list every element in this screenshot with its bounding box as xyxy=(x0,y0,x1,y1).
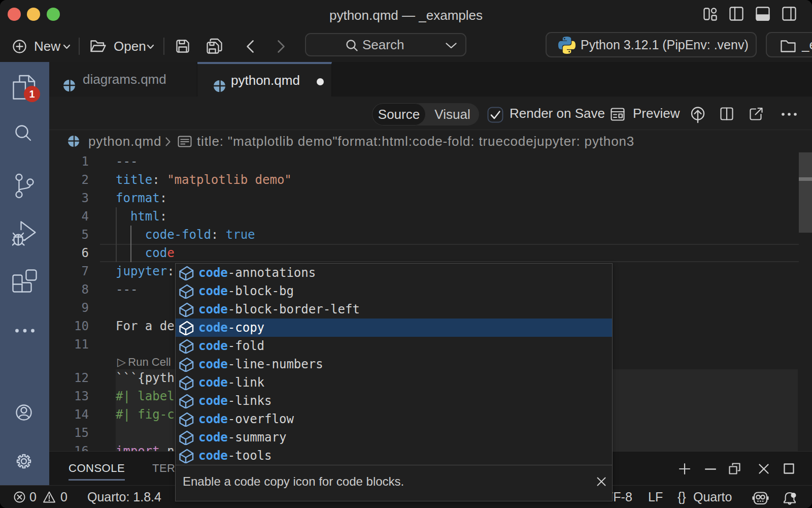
code-token-kw: import xyxy=(116,444,160,451)
run-cell-codelens[interactable]: ▷ Run Cell xyxy=(117,355,171,369)
suggest-item-code-line-numbers[interactable]: code-line-numbers xyxy=(176,355,612,373)
suggest-item-label: code-block-bg xyxy=(198,282,294,300)
workspace-label: _examples xyxy=(802,33,812,56)
eol-indicator[interactable]: LF xyxy=(648,486,663,508)
toggle-secondary-sidebar-icon[interactable] xyxy=(782,7,796,21)
code-line-5: code-fold: true xyxy=(116,226,255,244)
editor-scrollbar[interactable] xyxy=(799,152,812,233)
workspace-button[interactable]: _examples xyxy=(766,32,812,57)
suggest-match-highlight: code xyxy=(198,394,228,408)
new-dropdown-chevron-icon[interactable] xyxy=(63,44,71,49)
quarto-file-icon xyxy=(63,80,75,91)
code-token-plain xyxy=(116,209,130,224)
symbol-field-cube-icon xyxy=(179,284,194,299)
new-button[interactable]: New xyxy=(34,30,60,62)
render-on-save-checkbox[interactable] xyxy=(487,107,503,123)
forward-icon[interactable] xyxy=(277,40,286,53)
code-token-plain xyxy=(218,228,225,242)
panel-plus-icon[interactable] xyxy=(679,463,691,475)
copilot-icon[interactable] xyxy=(752,491,770,505)
suggest-item-rest: -copy xyxy=(228,321,264,335)
breadcrumb-section[interactable]: title: "matplotlib demo"format:html:code… xyxy=(197,130,634,152)
source-segment[interactable]: Source xyxy=(372,103,426,125)
suggest-item-rest: -links xyxy=(228,394,272,408)
new-file-icon[interactable] xyxy=(13,40,26,53)
breadcrumb-file[interactable]: python.qmd xyxy=(88,130,161,152)
line-number: 4 xyxy=(49,207,89,226)
breadcrumb: python.qmd title: "matplotlib demo"forma… xyxy=(49,130,812,152)
current-line-border xyxy=(100,261,799,262)
code-line-3: format: xyxy=(116,189,167,207)
error-count-icon[interactable] xyxy=(14,491,25,503)
suggest-doc-close-icon[interactable] xyxy=(596,477,606,487)
suggest-item-code-link[interactable]: code-link xyxy=(176,373,612,392)
quarto-version[interactable]: Quarto: 1.8.4 xyxy=(87,486,161,508)
symbol-field-cube-icon xyxy=(179,412,194,427)
toggle-primary-sidebar-icon[interactable] xyxy=(729,7,743,21)
suggest-match-highlight: code xyxy=(198,284,228,298)
split-editor-icon[interactable] xyxy=(720,107,733,120)
render-publish-icon[interactable] xyxy=(691,107,705,123)
tab-dirty-dot[interactable] xyxy=(317,78,324,85)
more-editor-actions-icon[interactable] xyxy=(781,112,797,116)
suggest-item-code-tools[interactable]: code-tools xyxy=(176,447,612,465)
save-all-icon[interactable] xyxy=(206,38,223,54)
warning-count-icon[interactable] xyxy=(43,491,56,503)
suggest-item-code-annotations[interactable]: code-annotations xyxy=(176,264,612,282)
toggle-panel-icon[interactable] xyxy=(756,7,770,21)
suggest-item-code-copy[interactable]: code-copy xyxy=(176,319,612,337)
code-token-punct: : xyxy=(167,264,174,278)
code-line-6: code xyxy=(116,244,175,262)
suggest-item-code-overflow[interactable]: code-overflow xyxy=(176,410,612,428)
open-external-icon[interactable] xyxy=(750,107,763,120)
panel-minimize-icon[interactable] xyxy=(705,468,716,470)
language-indicator[interactable]: Quarto xyxy=(693,486,732,508)
symbol-field-cube-icon xyxy=(179,430,194,445)
suggest-item-label: code-tools xyxy=(198,447,272,465)
suggest-item-label: code-overflow xyxy=(198,410,294,428)
breadcrumb-separator-icon xyxy=(164,137,172,147)
suggest-doc-text: Enable a code copy icon for code blocks. xyxy=(183,474,404,489)
search-label: Search xyxy=(362,34,404,55)
suggest-item-label: code-summary xyxy=(198,428,286,447)
source-label: Source xyxy=(372,103,426,125)
suggest-item-code-block-border-left[interactable]: code-block-border-left xyxy=(176,300,612,319)
braces-icon[interactable]: {} xyxy=(678,486,686,508)
suggest-item-rest: -link xyxy=(228,375,264,390)
code-token-key: jupyter xyxy=(116,264,167,278)
preview-icon[interactable] xyxy=(611,108,625,121)
suggest-item-code-links[interactable]: code-links xyxy=(176,392,612,410)
tab-diagrams-qmd[interactable]: diagrams.qmd xyxy=(49,62,197,97)
suggest-item-code-summary[interactable]: code-summary xyxy=(176,428,612,447)
open-button[interactable]: Open xyxy=(114,30,146,62)
code-line-8: --- xyxy=(116,280,138,299)
search-icon xyxy=(346,39,358,52)
customize-layout-icon[interactable] xyxy=(703,7,718,22)
panel-close-icon[interactable] xyxy=(758,463,769,474)
tab-python-qmd[interactable]: python.qmd xyxy=(197,62,332,97)
save-icon[interactable] xyxy=(176,39,190,53)
search-box[interactable]: Search xyxy=(305,33,466,56)
code-line-10: For a de xyxy=(116,317,175,335)
back-icon[interactable] xyxy=(246,40,255,53)
preview-label[interactable]: Preview xyxy=(633,97,680,130)
code-token-meta: --- xyxy=(116,154,138,169)
open-folder-icon[interactable] xyxy=(90,39,107,54)
suggest-item-rest: -tools xyxy=(228,449,272,463)
suggest-item-code-block-bg[interactable]: code-block-bg xyxy=(176,282,612,300)
notifications-bell-icon[interactable] xyxy=(783,490,798,506)
code-token-punct: : xyxy=(160,191,167,205)
error-count[interactable]: 0 xyxy=(29,486,37,508)
suggest-match-highlight: code xyxy=(198,430,228,444)
suggest-item-rest: -overflow xyxy=(228,412,294,426)
settings-gear-icon[interactable] xyxy=(0,62,49,485)
suggest-item-code-fold[interactable]: code-fold xyxy=(176,337,612,355)
line-number: 15 xyxy=(49,424,89,442)
visual-segment[interactable]: Visual xyxy=(426,103,479,125)
panel-maximize-icon[interactable] xyxy=(784,463,794,474)
code-line-16: import n xyxy=(116,442,175,451)
interpreter-button[interactable]: Python 3.12.1 (PipEnv: .venv) xyxy=(546,32,757,57)
warning-count[interactable]: 0 xyxy=(60,486,67,508)
panel-restore-icon[interactable] xyxy=(728,462,741,475)
open-dropdown-chevron-icon[interactable] xyxy=(147,44,154,49)
